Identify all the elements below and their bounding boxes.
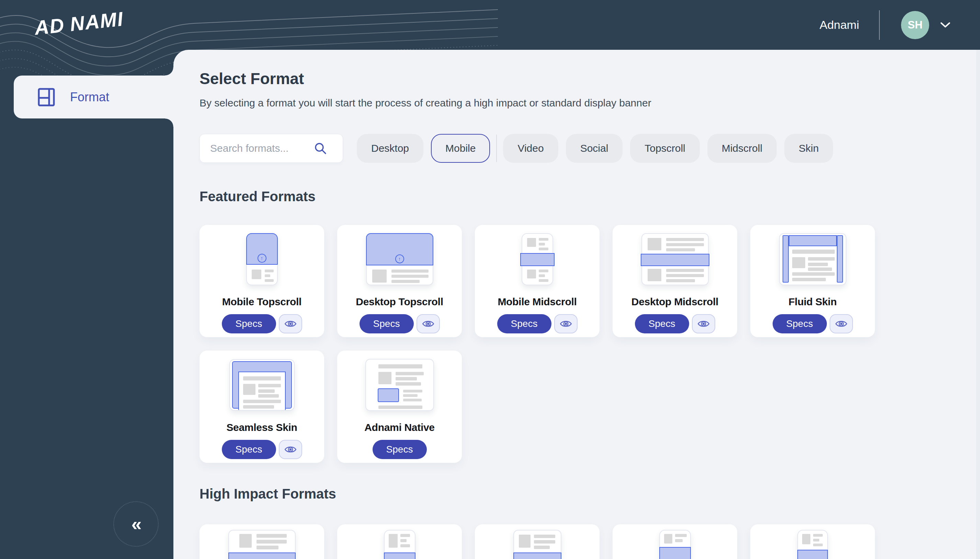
specs-button[interactable]: Specs (497, 314, 552, 333)
eye-icon (560, 318, 572, 330)
search-input[interactable] (210, 142, 314, 154)
format-card[interactable] (750, 524, 875, 559)
preview-button[interactable] (279, 314, 302, 333)
format-card-seamless-skin[interactable]: Seamless Skin Specs (200, 351, 324, 463)
featured-formats-heading: Featured Formats (200, 189, 980, 204)
format-card-mobile-midscroll[interactable]: Mobile Midscroll Specs (475, 225, 600, 337)
filter-desktop[interactable]: Desktop (357, 134, 423, 163)
tab-fillet-top (165, 67, 174, 76)
format-card-fluid-skin[interactable]: Fluid Skin Specs (750, 225, 875, 337)
format-card-title: Mobile Topscroll (222, 296, 301, 308)
avatar[interactable]: SH (901, 11, 929, 39)
desktop-banner-illustration (228, 530, 296, 559)
filter-skin[interactable]: Skin (784, 134, 833, 163)
high-impact-formats-heading: High Impact Formats (200, 486, 980, 502)
header-right: Adnami SH (820, 0, 950, 50)
search-box[interactable] (200, 134, 343, 163)
adnami-native-illustration (365, 359, 434, 411)
format-card-adnami-native[interactable]: Adnami Native Specs (337, 351, 462, 463)
eye-icon (835, 318, 848, 330)
format-card-title: Adnami Native (364, 422, 435, 433)
preview-button[interactable] (830, 314, 853, 333)
page-title: Select Format (200, 70, 980, 88)
sidebar: Format « (0, 50, 174, 559)
specs-button[interactable]: Specs (635, 314, 689, 333)
desktop-midscroll-illustration (641, 233, 709, 285)
format-card[interactable] (613, 524, 737, 559)
format-layout-icon (38, 88, 55, 106)
fluid-skin-illustration (779, 233, 846, 285)
format-card[interactable] (337, 524, 462, 559)
search-icon[interactable] (314, 142, 327, 155)
specs-button[interactable]: Specs (222, 314, 276, 333)
eye-icon (284, 443, 297, 456)
format-card[interactable] (475, 524, 600, 559)
specs-button[interactable]: Specs (222, 440, 276, 459)
format-card-mobile-topscroll[interactable]: ↑ Mobile Topscroll Specs (200, 225, 324, 337)
mobile-banner-illustration (384, 530, 415, 559)
adnami-logo: ADNAMI (33, 7, 125, 40)
page-banner-illustration (513, 530, 562, 559)
sidebar-collapse-button[interactable]: « (113, 501, 159, 547)
preview-button[interactable] (692, 314, 715, 333)
header-divider (879, 10, 880, 40)
specs-button[interactable]: Specs (373, 440, 427, 459)
filter-social[interactable]: Social (566, 134, 623, 163)
scrollbar[interactable] (976, 50, 980, 559)
filter-topscroll[interactable]: Topscroll (630, 134, 699, 163)
specs-button[interactable]: Specs (360, 314, 414, 333)
logo-text-left: AD (33, 14, 66, 39)
eye-icon (284, 318, 297, 330)
adnami-app: ADNAMI Adnami SH Format (0, 0, 980, 559)
format-card-desktop-midscroll[interactable]: Desktop Midscroll Specs (613, 225, 737, 337)
format-card-title: Fluid Skin (788, 296, 836, 308)
eye-icon (697, 318, 710, 330)
arrow-up-icon: ↑ (395, 255, 404, 263)
high-impact-formats-grid (200, 524, 875, 559)
filter-mobile[interactable]: Mobile (431, 134, 490, 163)
filter-video[interactable]: Video (503, 134, 558, 163)
avatar-initials: SH (907, 19, 922, 31)
mobile-topscroll-illustration: ↑ (246, 233, 278, 285)
format-card[interactable] (200, 524, 324, 559)
filter-group-divider (496, 135, 497, 162)
preview-button[interactable] (416, 314, 440, 333)
preview-button[interactable] (279, 440, 302, 459)
format-card-title: Desktop Midscroll (631, 296, 718, 308)
format-card-title: Mobile Midscroll (497, 296, 577, 308)
featured-formats-grid: ↑ Mobile Topscroll Specs (200, 225, 875, 463)
mobile-midscroll-illustration (522, 233, 553, 285)
sidebar-item-format[interactable]: Format (14, 76, 174, 119)
eye-icon (422, 318, 435, 330)
mobile-slim-banner-illustration (797, 530, 828, 559)
logo-text-right: NAMI (69, 8, 125, 35)
format-toolbar: Desktop Mobile Video Social Topscroll Mi… (200, 134, 980, 163)
format-card-title: Desktop Topscroll (356, 296, 443, 308)
preview-button[interactable] (554, 314, 578, 333)
mobile-large-banner-illustration (659, 530, 691, 559)
chevron-down-icon[interactable] (940, 22, 950, 28)
desktop-topscroll-illustration: ↑ (366, 233, 433, 285)
specs-button[interactable]: Specs (773, 314, 827, 333)
collapse-chevrons-icon: « (131, 513, 140, 535)
main-content: Select Format By selecting a format you … (174, 50, 980, 559)
account-name: Adnami (820, 18, 859, 31)
format-card-title: Seamless Skin (226, 422, 297, 433)
tab-fillet-bottom (165, 119, 174, 127)
filter-midscroll[interactable]: Midscroll (707, 134, 777, 163)
top-bar: ADNAMI Adnami SH (0, 0, 980, 50)
sidebar-item-label: Format (70, 90, 109, 104)
page-subtitle: By selecting a format you will start the… (200, 97, 980, 109)
format-card-desktop-topscroll[interactable]: ↑ Desktop Topscroll Specs (337, 225, 462, 337)
arrow-up-icon: ↑ (258, 254, 266, 263)
seamless-skin-illustration (230, 359, 295, 411)
